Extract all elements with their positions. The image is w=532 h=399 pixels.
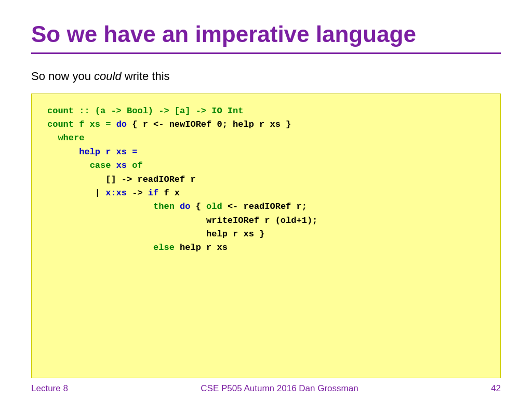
- code-line-2: count f xs = do { r <- newIORef 0; help …: [47, 118, 485, 131]
- code-line-4: help r xs =: [47, 145, 485, 159]
- footer-center: CSE P505 Autumn 2016 Dan Grossman: [201, 383, 358, 394]
- footer-left: Lecture 8: [31, 383, 68, 394]
- code-line-11: else help r xs: [47, 241, 485, 255]
- code-line-5: case xs of: [47, 159, 485, 172]
- code-line-7: | x:xs -> if f x: [47, 187, 485, 200]
- code-line-1: count :: (a -> Bool) -> [a] -> IO Int: [47, 104, 485, 118]
- code-line-6: [] -> readIORef r: [47, 173, 485, 187]
- title-underline: [31, 52, 501, 54]
- intro-suffix: write this: [122, 70, 170, 83]
- code-line-3: where: [47, 131, 485, 145]
- footer: Lecture 8 CSE P505 Autumn 2016 Dan Gross…: [0, 378, 532, 399]
- code-line-9: writeIORef r (old+1);: [47, 214, 485, 228]
- footer-right: 42: [491, 383, 501, 394]
- slide-container: So we have an imperative language So now…: [0, 0, 532, 399]
- slide-title: So we have an imperative language: [31, 21, 501, 48]
- intro-text: So now you could write this: [31, 70, 501, 83]
- code-line-8: then do { old <- readIORef r;: [47, 200, 485, 214]
- intro-italic: could: [94, 70, 122, 83]
- intro-prefix: So now you: [31, 70, 94, 83]
- code-block: count :: (a -> Bool) -> [a] -> IO Int co…: [31, 94, 501, 378]
- code-line-10: help r xs }: [47, 228, 485, 241]
